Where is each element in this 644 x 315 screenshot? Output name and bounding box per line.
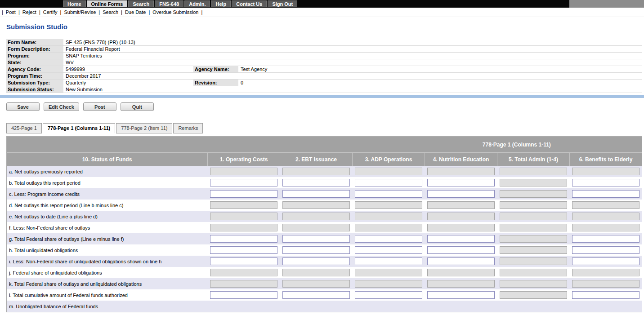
cell-f-col1 [207, 224, 280, 231]
form-description-label: Form Description: [6, 46, 63, 52]
input-c-col4[interactable] [427, 190, 495, 198]
grid-column-headers: 10. Status of Funds1. Operating Costs2. … [7, 153, 642, 166]
nav-contact-us[interactable]: Contact Us [232, 0, 267, 7]
input-i-col2[interactable] [282, 257, 350, 265]
input-c-col3[interactable] [355, 190, 422, 198]
submission-type-label: Submission Type: [6, 80, 63, 86]
input-j-col4 [427, 269, 495, 276]
cell-l-col6 [569, 291, 642, 299]
cell-g-col4 [425, 235, 497, 243]
input-j-col5 [500, 269, 567, 276]
tab-remarks[interactable]: Remarks [173, 123, 203, 133]
input-g-col1[interactable] [210, 235, 277, 243]
input-b-col4[interactable] [427, 179, 495, 186]
menu-post[interactable]: Post [6, 9, 16, 15]
input-g-col3[interactable] [355, 235, 422, 243]
cell-e-col6 [569, 213, 642, 220]
column-header-3-adp-operations: 3. ADP Operations [352, 153, 425, 166]
cell-k-col6 [569, 280, 642, 288]
nav-sign-out[interactable]: Sign Out [268, 0, 297, 7]
menu-search[interactable]: Search [103, 9, 118, 15]
input-l-col2[interactable] [282, 291, 350, 299]
nav-home[interactable]: Home [63, 0, 86, 7]
input-i-col1[interactable] [210, 257, 277, 265]
cell-d-col6 [569, 201, 642, 209]
cell-i-col5 [497, 257, 569, 265]
grid-band-title: 778-Page 1 (Columns 1-11) [483, 142, 551, 148]
input-f-col6 [572, 224, 640, 231]
grid-row-j: j. Federal share of unliquidated obligat… [7, 267, 642, 278]
cell-h-col2 [280, 246, 352, 254]
nav-help[interactable]: Help [211, 0, 231, 7]
menu-overdue-submission[interactable]: Overdue Submission [152, 9, 198, 15]
agency-name-label: Agency Name: [193, 66, 238, 72]
grid-row-i: i. Less: Non-Federal share of unliquidat… [7, 256, 642, 267]
cell-h-col3 [352, 246, 425, 254]
agency-code-value: 5499999 [63, 66, 193, 72]
cell-b-col5 [497, 179, 569, 186]
cell-j-col5 [497, 269, 569, 276]
nav-admin[interactable]: Admin. [184, 0, 210, 7]
menu-separator: | [148, 9, 150, 15]
tab-778-page-2-item-11[interactable]: 778-Page 2 (Item 11) [116, 123, 172, 133]
input-i-col4[interactable] [427, 257, 495, 265]
grid-row-b: b. Total outlays this report period [7, 177, 642, 188]
cell-l-col2 [280, 291, 352, 299]
input-h-col4[interactable] [427, 246, 495, 254]
menu-certify[interactable]: Certify [43, 9, 58, 15]
row-label-j: j. Federal share of unliquidated obligat… [7, 270, 207, 275]
submission-status-label: Submission Status: [6, 86, 63, 93]
menu-submit-revise[interactable]: Submit/Revise [64, 9, 96, 15]
tab-778-page-1-columns-1-11[interactable]: 778-Page 1 (Columns 1-11) [43, 123, 115, 133]
input-b-col3[interactable] [355, 179, 422, 186]
input-i-col6[interactable] [572, 257, 640, 265]
nav-search[interactable]: Search [128, 0, 154, 7]
input-b-col5 [500, 179, 567, 186]
agency-name-value: Test Agency [238, 66, 642, 72]
cell-e-col2 [280, 213, 352, 220]
input-b-col2[interactable] [282, 179, 350, 186]
grid-row-h: h. Total unliquidated obligations [7, 244, 642, 256]
cell-b-col1 [207, 179, 280, 186]
input-l-col1[interactable] [210, 291, 277, 299]
input-h-col6[interactable] [572, 246, 640, 254]
input-h-col1[interactable] [210, 246, 277, 254]
nav-online-forms[interactable]: Online Forms [87, 0, 128, 7]
input-c-col6[interactable] [572, 190, 640, 198]
menu-reject[interactable]: Reject [22, 9, 36, 15]
cell-d-col4 [425, 201, 497, 209]
input-h-col3[interactable] [355, 246, 422, 254]
input-b-col6[interactable] [572, 179, 640, 186]
input-l-col5 [500, 291, 567, 299]
row-label-c: c. Less: Program income credits [7, 191, 207, 197]
input-l-col6[interactable] [572, 291, 640, 299]
input-h-col2[interactable] [282, 246, 350, 254]
input-l-col4[interactable] [427, 291, 495, 299]
edit-check-button[interactable]: Edit Check [44, 102, 79, 111]
input-l-col3[interactable] [355, 291, 422, 299]
cell-k-col1 [207, 280, 280, 288]
input-i-col3[interactable] [355, 257, 422, 265]
cell-i-col2 [280, 257, 352, 265]
input-f-col2 [282, 224, 350, 231]
post-button[interactable]: Post [83, 102, 116, 111]
tab-425-page-1[interactable]: 425-Page 1 [6, 123, 42, 133]
cell-b-col4 [425, 179, 497, 186]
input-g-col4[interactable] [427, 235, 495, 243]
input-a-col5 [500, 168, 567, 175]
input-g-col2[interactable] [282, 235, 350, 243]
row-label-a: a. Net outlays previously reported [7, 169, 207, 174]
nav-fns-648[interactable]: FNS-648 [155, 0, 183, 7]
input-c-col2[interactable] [282, 190, 350, 198]
input-a-col3 [355, 168, 422, 175]
cell-c-col2 [280, 190, 352, 198]
menu-due-date[interactable]: Due Date [125, 9, 146, 15]
input-k-col6 [572, 280, 640, 288]
input-g-col6[interactable] [572, 235, 640, 243]
grid-row-g: g. Total Federal share of outlays (Line … [7, 233, 642, 244]
save-button[interactable]: Save [6, 102, 40, 111]
input-b-col1[interactable] [210, 179, 277, 186]
cell-l-col1 [207, 291, 280, 299]
input-c-col1[interactable] [210, 190, 277, 198]
quit-button[interactable]: Quit [121, 102, 154, 111]
